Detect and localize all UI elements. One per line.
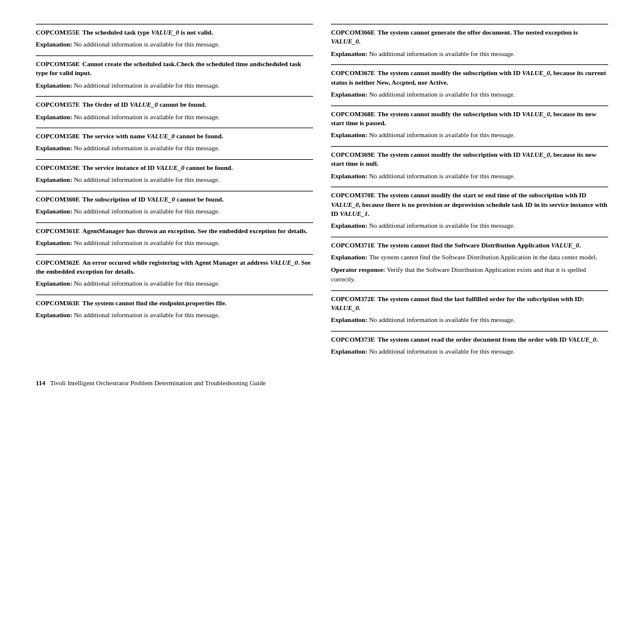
explanation-label: Explanation: <box>36 113 74 120</box>
entry-copcom363e: COPCOM363EThe system cannot find the end… <box>36 295 313 326</box>
entry-explanation: Explanation: No additional information i… <box>331 49 608 59</box>
entry-code: COPCOM373E <box>331 336 375 343</box>
entry-code: COPCOM357E <box>36 101 80 108</box>
explanation-label: Explanation: <box>36 82 74 89</box>
explanation-label: Explanation: <box>36 144 74 151</box>
entry-title: COPCOM355EThe scheduled task type VALUE_… <box>36 28 313 37</box>
entry-title: COPCOM357EThe Order of ID VALUE_0 cannot… <box>36 100 313 109</box>
entry-title: COPCOM359EThe service instance of ID VAL… <box>36 163 313 172</box>
entry-message: The Order of ID VALUE_0 cannot be found. <box>82 101 206 108</box>
entry-message: The subscription of ID VALUE_0 cannot be… <box>82 196 224 203</box>
entry-code: COPCOM356E <box>36 60 80 67</box>
explanation-label: Explanation: <box>331 131 369 138</box>
entry-copcom368e: COPCOM368EThe system cannot modify the s… <box>331 106 608 146</box>
entry-title: COPCOM372EThe system cannot find the las… <box>331 295 608 313</box>
entry-code: COPCOM358E <box>36 132 80 140</box>
entry-code: COPCOM367E <box>331 69 375 76</box>
two-column-layout: COPCOM355EThe scheduled task type VALUE_… <box>36 24 608 363</box>
entry-copcom355e: COPCOM355EThe scheduled task type VALUE_… <box>36 24 313 55</box>
entry-title: COPCOM369EThe system cannot modify the s… <box>331 150 608 169</box>
entry-title: COPCOM356ECannot create the scheduled ta… <box>36 60 313 78</box>
entry-code: COPCOM359E <box>36 164 80 171</box>
entry-explanation: Explanation: No additional information i… <box>36 206 313 216</box>
page-footer: 114 Tivoli Intelligent Orchestrator Prob… <box>36 374 608 386</box>
entry-title: COPCOM366EThe system cannot generate the… <box>331 28 608 47</box>
entry-explanation: Explanation: No additional information i… <box>36 112 313 122</box>
entry-explanation: Explanation: No additional information i… <box>331 346 608 357</box>
footer-title: Tivoli Intelligent Orchestrator Problem … <box>50 379 266 386</box>
entry-code: COPCOM366E <box>331 29 375 36</box>
entry-copcom370e: COPCOM370EThe system cannot modify the s… <box>331 187 608 237</box>
entry-explanation: Explanation: No additional information i… <box>36 310 313 320</box>
entry-title: COPCOM363EThe system cannot find the end… <box>36 299 313 308</box>
entry-copcom373e: COPCOM373EThe system cannot read the ord… <box>331 331 608 363</box>
entry-title: COPCOM367EThe system cannot modify the s… <box>331 69 608 87</box>
page-number: 114 <box>36 379 45 386</box>
explanation-label: Explanation: <box>331 172 369 179</box>
entry-code: COPCOM361E <box>36 227 80 234</box>
entry-message: The system cannot find the endpoint.prop… <box>82 299 227 306</box>
entry-message: The service instance of ID VALUE_0 canno… <box>82 164 233 171</box>
entry-operator-response: Operator response: Verify that the Softw… <box>331 265 608 284</box>
entry-explanation: Explanation: No additional information i… <box>331 171 608 181</box>
explanation-label: Explanation: <box>331 50 369 57</box>
explanation-label: Explanation: <box>36 176 74 183</box>
entry-explanation: Explanation: No additional information i… <box>36 143 313 153</box>
entry-copcom357e: COPCOM357EThe Order of ID VALUE_0 cannot… <box>36 96 313 128</box>
entry-message: The system cannot find the Software Dist… <box>377 242 581 249</box>
entry-copcom358e: COPCOM358EThe service with name VALUE_0 … <box>36 128 313 159</box>
entry-title: COPCOM360EThe subscription of ID VALUE_0… <box>36 195 313 204</box>
entry-explanation: Explanation: No additional information i… <box>36 175 313 185</box>
explanation-label: Explanation: <box>36 208 74 215</box>
entry-code: COPCOM370E <box>331 191 375 199</box>
entry-code: COPCOM362E <box>36 259 80 266</box>
entry-code: COPCOM372E <box>331 295 375 302</box>
entry-title: COPCOM368EThe system cannot modify the s… <box>331 110 608 128</box>
entry-copcom372e: COPCOM372EThe system cannot find the las… <box>331 290 608 331</box>
entry-code: COPCOM355E <box>36 29 80 36</box>
entry-code: COPCOM363E <box>36 299 80 306</box>
entry-explanation: Explanation: No additional information i… <box>331 130 608 140</box>
entry-copcom359e: COPCOM359EThe service instance of ID VAL… <box>36 159 313 191</box>
entry-title: COPCOM371EThe system cannot find the Sof… <box>331 241 608 250</box>
explanation-label: Explanation: <box>36 280 74 287</box>
entry-copcom366e: COPCOM366EThe system cannot generate the… <box>331 24 608 64</box>
entry-title: COPCOM361EAgentManager has thrown an exc… <box>36 227 313 236</box>
explanation-label: Explanation: <box>331 91 369 98</box>
operator-label: Operator response: <box>331 266 387 273</box>
entry-explanation: Explanation: No additional information i… <box>36 39 313 49</box>
entry-message: The scheduled task type VALUE_0 is not v… <box>82 29 213 36</box>
explanation-label: Explanation: <box>331 316 369 323</box>
explanation-label: Explanation: <box>331 348 369 355</box>
explanation-label: Explanation: <box>331 222 369 229</box>
right-column: COPCOM366EThe system cannot generate the… <box>331 24 608 363</box>
entry-title: COPCOM362EAn error occured while registe… <box>36 258 313 277</box>
entry-explanation: Explanation: The system cannot find the … <box>331 252 608 262</box>
entry-copcom361e: COPCOM361EAgentManager has thrown an exc… <box>36 222 313 254</box>
entry-explanation: Explanation: No additional information i… <box>36 238 313 248</box>
entry-copcom360e: COPCOM360EThe subscription of ID VALUE_0… <box>36 191 313 222</box>
explanation-label: Explanation: <box>36 41 74 48</box>
entry-title: COPCOM373EThe system cannot read the ord… <box>331 335 608 344</box>
entry-code: COPCOM368E <box>331 110 375 117</box>
entry-copcom369e: COPCOM369EThe system cannot modify the s… <box>331 146 608 187</box>
left-column: COPCOM355EThe scheduled task type VALUE_… <box>36 24 313 363</box>
entry-message: The service with name VALUE_0 cannot be … <box>82 132 223 140</box>
entry-copcom362e: COPCOM362EAn error occured while registe… <box>36 254 313 295</box>
entry-explanation: Explanation: No additional information i… <box>36 80 313 91</box>
entry-explanation: Explanation: No additional information i… <box>331 315 608 325</box>
entry-title: COPCOM370EThe system cannot modify the s… <box>331 191 608 218</box>
entry-explanation: Explanation: No additional information i… <box>36 278 313 289</box>
entry-explanation: Explanation: No additional information i… <box>331 89 608 100</box>
entry-message: AgentManager has thrown an exception. Se… <box>82 227 308 234</box>
entry-code: COPCOM360E <box>36 196 80 203</box>
page-content: COPCOM355EThe scheduled task type VALUE_… <box>36 24 608 386</box>
explanation-label: Explanation: <box>331 253 369 261</box>
explanation-label: Explanation: <box>36 311 74 318</box>
entry-title: COPCOM358EThe service with name VALUE_0 … <box>36 132 313 141</box>
entry-copcom371e: COPCOM371EThe system cannot find the Sof… <box>331 237 608 290</box>
entry-copcom356e: COPCOM356ECannot create the scheduled ta… <box>36 55 313 96</box>
entry-copcom367e: COPCOM367EThe system cannot modify the s… <box>331 64 608 105</box>
explanation-label: Explanation: <box>36 239 74 246</box>
entry-code: COPCOM371E <box>331 242 375 249</box>
